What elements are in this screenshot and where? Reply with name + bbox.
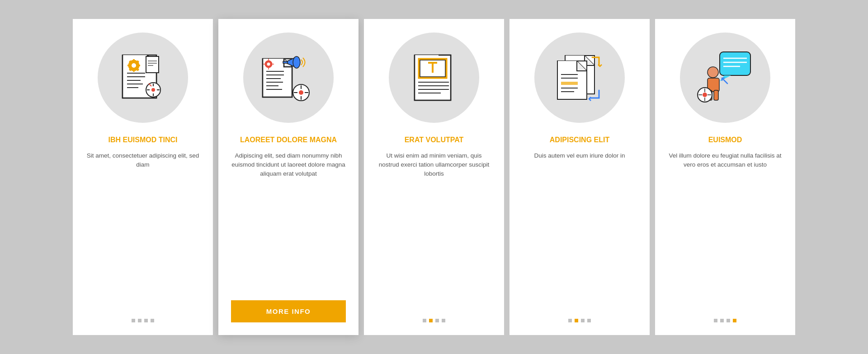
person-speech-icon [695,47,756,108]
dot-1-1 [132,319,135,322]
card-4: ADIPISCING ELIT Duis autem vel eum iriur… [509,19,650,335]
card-5-icon-circle [680,33,770,123]
dot-3-1 [423,319,426,322]
card-5-dots [714,319,736,322]
card-3-body: Ut wisi enim ad minim veniam, quis nostr… [377,151,491,308]
dot-1-2 [138,319,142,322]
card-2-body: Adipiscing elit, sed diam nonummy nibh e… [231,151,346,289]
card-4-dots [568,319,591,322]
card-3-dots [423,319,445,322]
svg-point-7 [132,63,136,68]
card-2-icon-circle [243,33,334,123]
card-3: ERAT VOLUTPAT Ut wisi enim ad minim veni… [364,19,504,335]
text-document-icon [405,48,463,107]
svg-rect-8 [133,59,135,61]
svg-point-44 [267,62,270,65]
card-1-title: IBH EUISMOD TINCI [108,135,178,145]
more-info-button[interactable]: MORE INFO [231,300,346,322]
dot-5-2 [720,319,724,322]
svg-rect-35 [283,61,288,63]
card-5: EUISMOD Vel illum dolore eu feugiat null… [655,19,795,335]
svg-line-80 [722,78,727,84]
svg-rect-53 [432,62,434,73]
dot-4-4 [587,319,591,322]
svg-point-70 [708,67,718,78]
card-1-dots [132,319,154,322]
svg-point-36 [293,56,300,68]
svg-rect-10 [127,65,130,66]
card-4-body: Duis autem vel eum iriure dolor in [534,151,625,308]
svg-rect-9 [133,70,135,72]
svg-point-38 [299,90,303,95]
dot-3-3 [435,319,439,322]
dot-4-1 [568,319,572,322]
card-2: LAOREET DOLORE MAGNA Adipiscing elit, se… [218,19,359,335]
dot-4-2 [575,319,578,322]
card-3-title: ERAT VOLUTPAT [405,135,464,145]
card-1: IBH EUISMOD TINCI Sit amet, consectetuer… [73,19,213,335]
card-4-icon-circle [534,33,625,123]
svg-rect-73 [714,90,718,100]
settings-document-icon [113,48,172,107]
dot-3-4 [442,319,445,322]
svg-rect-11 [138,65,140,66]
megaphone-document-icon [256,45,321,111]
card-5-title: EUISMOD [708,135,742,145]
papers-arrows-icon [549,47,610,108]
dot-5-3 [726,319,730,322]
svg-rect-16 [146,56,159,73]
svg-point-21 [151,88,155,92]
svg-point-75 [703,93,707,97]
svg-rect-62 [561,82,578,85]
dot-3-2 [429,319,433,322]
dot-1-3 [144,319,148,322]
card-1-body: Sit amet, consectetuer adipiscing elit, … [85,151,200,308]
dot-5-1 [714,319,717,322]
card-2-title: LAOREET DOLORE MAGNA [240,135,337,145]
card-3-icon-circle [389,33,479,123]
svg-rect-65 [720,52,750,75]
card-4-title: ADIPISCING ELIT [550,135,609,145]
dot-5-4 [733,319,736,322]
dot-4-3 [581,319,585,322]
card-5-body: Vel illum dolore eu feugiat nulla facili… [668,151,783,308]
dot-1-4 [151,319,154,322]
cards-container: IBH EUISMOD TINCI Sit amet, consectetuer… [46,1,822,353]
card-1-icon-circle [98,33,188,123]
